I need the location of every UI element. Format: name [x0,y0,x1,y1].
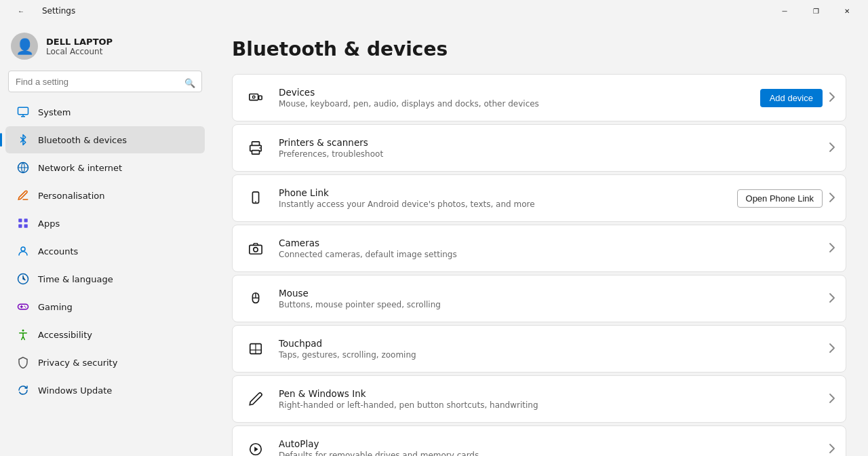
user-name: DELL LAPTOP [46,37,113,47]
user-profile[interactable]: 👤 DELL LAPTOP Local Account [0,22,210,68]
settings-card-touchpad: TouchpadTaps, gestures, scrolling, zoomi… [232,325,846,373]
settings-card-mouse: MouseButtons, mouse pointer speed, scrol… [232,275,846,322]
personalisation-icon [16,189,30,202]
time-icon [16,272,30,286]
devices-icon [243,86,268,110]
settings-item-action-devices: Add device [760,89,835,107]
search-input[interactable] [8,71,202,92]
settings-card-pen: Pen & Windows InkRight-handed or left-ha… [232,375,846,423]
system-icon [16,105,30,119]
title-bar-left: ← Settings [5,0,75,22]
chevron-right-icon [829,92,835,104]
back-button[interactable]: ← [5,0,37,22]
settings-item-title-cameras: Cameras [279,238,818,248]
avatar-icon: 👤 [16,38,34,55]
sidebar-item-privacy[interactable]: Privacy & security [5,349,205,376]
settings-item-devices[interactable]: DevicesMouse, keyboard, pen, audio, disp… [233,75,846,121]
open-phone-link-button[interactable]: Open Phone Link [737,189,823,208]
settings-card-printers: Printers & scannersPreferences, troubles… [232,124,846,172]
sidebar-item-network[interactable]: Network & internet [5,154,205,181]
settings-item-action-touchpad [829,343,835,355]
settings-item-text-cameras: CamerasConnected cameras, default image … [279,238,818,259]
settings-item-title-phonelink: Phone Link [279,187,726,198]
svg-rect-20 [250,245,262,254]
cameras-icon [243,236,268,261]
settings-item-text-autoplay: AutoPlayDefaults for removable drives an… [279,438,818,456]
svg-rect-2 [18,218,22,222]
svg-point-21 [254,248,258,252]
settings-item-text-devices: DevicesMouse, keyboard, pen, audio, disp… [279,87,749,109]
settings-item-touchpad[interactable]: TouchpadTaps, gestures, scrolling, zoomi… [233,326,846,372]
pen-icon [243,387,268,411]
sidebar-item-time[interactable]: Time & language [5,265,205,292]
add-device-button[interactable]: Add device [760,89,823,107]
settings-item-phonelink[interactable]: Phone LinkInstantly access your Android … [233,175,846,221]
sidebar-item-update[interactable]: Windows Update [5,377,205,404]
chevron-right-icon [829,243,835,254]
accounts-icon [16,244,30,258]
settings-item-title-printers: Printers & scanners [279,137,818,148]
settings-item-action-phonelink: Open Phone Link [737,189,835,208]
update-icon [16,383,30,397]
svg-point-11 [22,330,24,332]
sidebar-item-label-time: Time & language [38,274,113,284]
sidebar-item-label-gaming: Gaming [38,302,73,312]
sidebar-item-accounts[interactable]: Accounts [5,238,205,265]
maximize-button[interactable]: ❐ [800,0,831,22]
sidebar-item-label-accessibility: Accessibility [38,330,92,340]
touchpad-icon [243,337,268,361]
settings-item-desc-autoplay: Defaults for removable drives and memory… [279,451,818,456]
phonelink-icon [243,186,268,210]
settings-item-text-phonelink: Phone LinkInstantly access your Android … [279,187,726,209]
svg-point-9 [24,306,26,307]
minimize-button[interactable]: ─ [769,0,800,22]
chevron-right-icon [829,293,835,305]
svg-point-14 [252,96,255,98]
settings-item-action-pen [829,394,835,405]
settings-item-mouse[interactable]: MouseButtons, mouse pointer speed, scrol… [233,276,846,322]
settings-item-text-touchpad: TouchpadTaps, gestures, scrolling, zoomi… [279,338,818,360]
app-body: 👤 DELL LAPTOP Local Account 🔍 SystemBlue… [0,22,868,456]
settings-item-desc-printers: Preferences, troubleshoot [279,149,818,159]
settings-item-desc-devices: Mouse, keyboard, pen, audio, displays an… [279,99,749,109]
sidebar-item-label-privacy: Privacy & security [38,358,117,368]
page-title: Bluetooth & devices [232,38,846,60]
search-container: 🔍 [0,68,210,98]
sidebar-item-system[interactable]: System [5,98,205,126]
settings-card-cameras: CamerasConnected cameras, default image … [232,225,846,272]
settings-item-autoplay[interactable]: AutoPlayDefaults for removable drives an… [233,426,846,456]
chevron-right-icon [829,343,835,355]
avatar: 👤 [11,33,38,60]
sidebar-item-label-network: Network & internet [38,163,122,173]
settings-item-desc-cameras: Connected cameras, default image setting… [279,250,818,259]
settings-item-desc-mouse: Buttons, mouse pointer speed, scrolling [279,300,818,309]
svg-point-10 [25,307,26,308]
sidebar-item-gaming[interactable]: Gaming [5,293,205,320]
user-type: Local Account [46,47,113,56]
sidebar-item-accessibility[interactable]: Accessibility [5,321,205,348]
settings-item-printers[interactable]: Printers & scannersPreferences, troubles… [233,125,846,171]
sidebar-item-label-update: Windows Update [38,385,112,396]
sidebar-item-apps[interactable]: Apps [5,210,205,237]
chevron-right-icon [829,142,835,154]
title-bar-controls: ─ ❐ ✕ [769,0,863,22]
settings-item-cameras[interactable]: CamerasConnected cameras, default image … [233,225,846,271]
sidebar-item-label-apps: Apps [38,218,60,229]
svg-rect-12 [250,94,258,100]
apps-icon [16,216,30,230]
sidebar-item-personalisation[interactable]: Personalisation [5,182,205,209]
settings-item-text-printers: Printers & scannersPreferences, troubles… [279,137,818,159]
close-button[interactable]: ✕ [831,0,863,22]
chevron-right-icon [829,394,835,405]
settings-item-pen[interactable]: Pen & Windows InkRight-handed or left-ha… [233,376,846,422]
svg-rect-4 [18,225,22,228]
settings-item-text-mouse: MouseButtons, mouse pointer speed, scrol… [279,288,818,309]
chevron-right-icon [829,193,835,204]
settings-item-title-pen: Pen & Windows Ink [279,388,818,399]
svg-rect-16 [252,151,260,155]
settings-item-action-mouse [829,293,835,305]
title-bar-title: Settings [42,6,75,16]
settings-item-desc-touchpad: Taps, gestures, scrolling, zooming [279,350,818,360]
sidebar-item-bluetooth[interactable]: Bluetooth & devices [5,126,205,153]
settings-item-text-pen: Pen & Windows InkRight-handed or left-ha… [279,388,818,410]
